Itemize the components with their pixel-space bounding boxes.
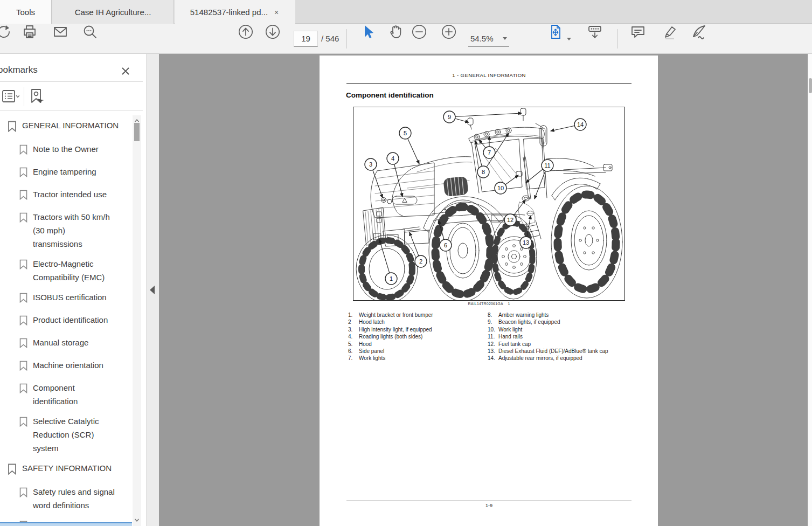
goto-bookmark-icon[interactable] [28, 88, 45, 105]
fit-options-chevron-icon[interactable] [567, 38, 571, 40]
legend-item: 13.Diesel Exhaust Fluid (DEF)/AdBlue® ta… [488, 348, 639, 355]
page-total-label: / 546 [321, 31, 339, 47]
figure-caption: RAIL14TR02061GA 1 [353, 302, 625, 306]
tab-close-icon[interactable]: × [273, 8, 280, 17]
component-identification-figure: 1234567891011121314 [353, 107, 625, 301]
tab-document-1[interactable]: Case IH Agriculture... [52, 0, 174, 24]
bookmark-icon [19, 212, 27, 251]
scroll-down-icon[interactable] [134, 517, 140, 523]
svg-text:2: 2 [419, 258, 422, 265]
options-icon[interactable] [2, 88, 19, 105]
search-icon[interactable] [82, 24, 98, 40]
bookmark-item[interactable]: Selective Catalytic Reduction (SCR) syst… [0, 414, 132, 455]
svg-text:5: 5 [404, 130, 407, 136]
legend-item: 14.Adjustable rear mirrors, if equipped [488, 355, 639, 362]
zoom-out-icon[interactable] [411, 24, 427, 40]
legend-item: 1.Weight bracket or front bumper [348, 312, 483, 319]
toolbar-separator [346, 29, 347, 49]
fill-sign-icon[interactable] [690, 24, 706, 40]
sidebar-scrollbar[interactable] [133, 115, 141, 526]
bookmark-item[interactable]: GENERAL INFORMATION [0, 119, 132, 136]
legend-item: 8.Amber warning lights [488, 312, 639, 319]
bookmark-item[interactable]: Tractor intended use [0, 188, 132, 204]
bookmark-icon [19, 487, 27, 512]
tab-document-2-active[interactable]: 51482537-linked pd... × [175, 0, 295, 24]
legend-item: 11.Hand rails [488, 333, 639, 340]
svg-text:1: 1 [390, 275, 393, 282]
page-up-icon[interactable] [238, 24, 254, 40]
chevron-down-icon [503, 37, 507, 40]
fit-width-icon[interactable] [547, 24, 564, 40]
bookmark-item[interactable]: SAFETY INFORMATION [0, 461, 132, 479]
legend-item: 12.Fuel tank cap [488, 341, 639, 348]
share-icon[interactable] [0, 24, 12, 40]
figure-legend-left: 1.Weight bracket or front bumper 2Hood l… [348, 312, 483, 362]
zoom-in-icon[interactable] [441, 24, 457, 40]
tab-tools[interactable]: Tools [0, 0, 52, 24]
svg-text:10: 10 [497, 185, 504, 191]
svg-text:13: 13 [523, 239, 529, 246]
bookmark-item[interactable]: ISOBUS certification [0, 290, 132, 307]
bookmark-item[interactable]: Engine tampering [0, 165, 132, 181]
bookmark-item[interactable]: Electro-Magnetic Compatibility (EMC) [0, 257, 132, 284]
highlight-icon[interactable] [662, 24, 678, 40]
page-title: Component identification [346, 91, 434, 99]
svg-text:3: 3 [369, 161, 372, 168]
footer-rule [346, 501, 631, 501]
legend-item: 5.Hood [348, 341, 483, 348]
bookmark-icon [8, 121, 17, 136]
panel-collapse-strip[interactable] [146, 54, 159, 526]
bookmark-icon [19, 338, 27, 352]
bookmarks-toolbar [0, 82, 143, 110]
bookmark-icon [19, 361, 27, 375]
select-tool-icon[interactable] [360, 24, 376, 40]
bookmark-icon [19, 383, 27, 408]
document-scrollbar-thumb[interactable] [809, 78, 812, 93]
sidebar-scrollbar-thumb[interactable] [134, 123, 140, 141]
bookmark-item[interactable]: Note to the Owner [0, 142, 132, 158]
page-running-header: 1 - GENERAL INFORMATION [346, 72, 631, 78]
pdf-page: 1 - GENERAL INFORMATION Component identi… [320, 56, 658, 526]
bookmarks-list: GENERAL INFORMATION Note to the Owner En… [0, 115, 132, 526]
bookmark-selected-row-edge [0, 522, 132, 526]
pdf-viewer-window: Tools Case IH Agriculture... 51482537-li… [0, 0, 812, 526]
legend-item: 2Hood latch [348, 319, 483, 326]
legend-item: 9.Beacon lights, if equipped [488, 319, 639, 326]
svg-text:14: 14 [577, 121, 584, 128]
collapse-panel-icon[interactable] [150, 286, 155, 294]
comment-icon[interactable] [630, 24, 646, 40]
bookmarks-toolbar-separator [24, 87, 24, 106]
document-view-area: 1 - GENERAL INFORMATION Component identi… [159, 54, 812, 526]
bookmark-item[interactable]: Product identification [0, 313, 132, 329]
bookmark-item[interactable]: Safety rules and signal word definitions [0, 485, 132, 512]
bookmark-icon [19, 144, 27, 158]
print-icon[interactable] [22, 24, 38, 40]
figure-legend-right: 8.Amber warning lights 9.Beacon lights, … [488, 312, 639, 362]
svg-text:6: 6 [444, 242, 447, 248]
bookmark-item[interactable]: Machine orientation [0, 358, 132, 375]
main-toolbar: 19 / 546 54.5% [0, 24, 812, 54]
legend-item: 6.Side panel [348, 348, 483, 355]
legend-item: 10.Work light [488, 326, 639, 333]
bookmark-item[interactable]: Manual storage [0, 336, 132, 352]
tab-tools-label: Tools [16, 8, 35, 17]
svg-text:7: 7 [488, 149, 491, 156]
legend-item: 7.Work lights [348, 355, 483, 362]
bookmarks-panel-header: ookmarks [0, 60, 143, 82]
page-footer-number: 1-9 [346, 503, 631, 508]
close-icon[interactable] [120, 66, 131, 77]
document-scrollbar[interactable] [808, 54, 812, 526]
bookmark-icon [19, 315, 27, 329]
bookmark-item[interactable]: Tractors with 50 km/h (30 mph) transmiss… [0, 210, 132, 251]
zoom-level-select[interactable]: 54.5% [468, 31, 509, 47]
page-number-input[interactable]: 19 [294, 31, 318, 47]
bookmark-item[interactable]: Component identification [0, 381, 132, 408]
legend-item: 4.Roading lights (both sides) [348, 333, 483, 340]
svg-text:9: 9 [448, 114, 451, 120]
toolbar-presets-icon[interactable] [587, 24, 603, 40]
tab-document-1-label: Case IH Agriculture... [75, 8, 151, 17]
email-icon[interactable] [52, 24, 68, 40]
page-down-icon[interactable] [265, 24, 281, 40]
bookmark-icon [19, 190, 27, 204]
hand-tool-icon[interactable] [387, 24, 403, 40]
